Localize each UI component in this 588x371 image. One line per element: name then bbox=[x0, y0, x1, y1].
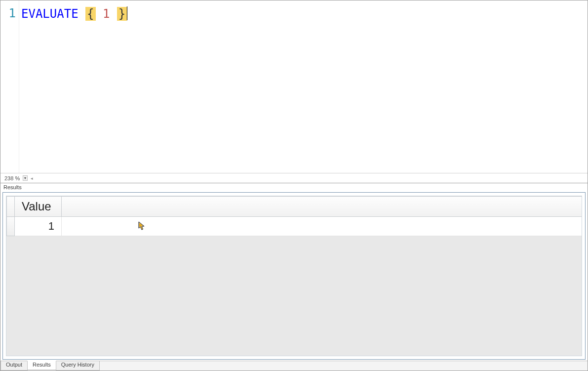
token-brace-close: } bbox=[117, 7, 127, 21]
cell-value[interactable]: 1 bbox=[15, 217, 62, 236]
code-editor[interactable]: 1 EVALUATE { 1 } bbox=[0, 0, 588, 173]
text-caret bbox=[127, 6, 127, 20]
column-header-empty bbox=[62, 197, 582, 217]
zoom-level[interactable]: 238 % bbox=[4, 175, 20, 181]
tab-query-history[interactable]: Query History bbox=[56, 361, 100, 371]
token-keyword: EVALUATE bbox=[21, 7, 78, 21]
code-text-area[interactable]: EVALUATE { 1 } bbox=[19, 0, 588, 173]
line-number: 1 bbox=[9, 6, 16, 20]
line-number-gutter: 1 bbox=[0, 0, 19, 173]
editor-pane: 1 EVALUATE { 1 } 238 % ▾ ◂ bbox=[0, 0, 588, 183]
tab-results[interactable]: Results bbox=[27, 361, 56, 370]
bottom-tab-strip: Output Results Query History bbox=[0, 361, 588, 371]
chevron-down-icon[interactable]: ▾ bbox=[23, 175, 28, 181]
token-number: 1 bbox=[103, 7, 110, 21]
table-row[interactable]: 1 bbox=[7, 217, 582, 236]
zoom-status-bar: 238 % ▾ ◂ bbox=[0, 173, 588, 183]
token-brace-open: { bbox=[85, 7, 95, 21]
grid-empty-area bbox=[6, 236, 582, 356]
tab-output[interactable]: Output bbox=[0, 361, 28, 371]
results-pane: Value 1 bbox=[2, 192, 586, 360]
results-panel-label: Results bbox=[0, 183, 588, 191]
cell-empty bbox=[62, 217, 582, 236]
row-selector-header[interactable] bbox=[7, 197, 15, 217]
scroll-left-icon[interactable]: ◂ bbox=[31, 176, 33, 181]
results-grid[interactable]: Value 1 bbox=[6, 196, 582, 236]
row-selector[interactable] bbox=[7, 217, 15, 236]
column-header-value[interactable]: Value bbox=[15, 197, 62, 217]
